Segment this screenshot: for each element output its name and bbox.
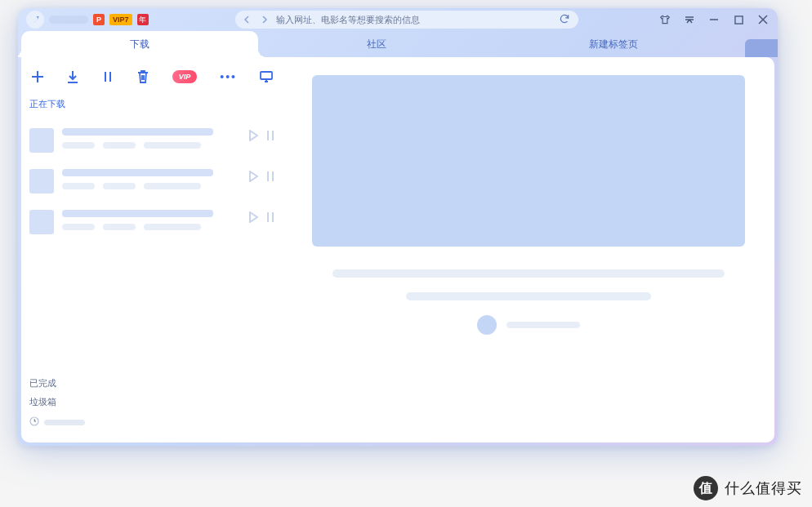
download-title-placeholder (62, 210, 213, 217)
forward-icon[interactable] (260, 16, 268, 24)
download-thumbnail (29, 169, 54, 193)
download-actions (248, 128, 274, 145)
watermark-text: 什么值得买 (725, 478, 802, 498)
maximize-icon[interactable] (732, 13, 745, 26)
download-thumbnail (29, 210, 54, 234)
download-actions (248, 210, 274, 226)
content-area: VIP ••• 正在下载 (21, 57, 774, 443)
titlebar: P VIP7 年 输入网址、电影名等想要搜索的信息 (18, 8, 778, 31)
delete-button[interactable] (137, 69, 149, 85)
avatar-placeholder (477, 315, 497, 335)
pause-icon[interactable] (266, 130, 274, 145)
svg-rect-1 (261, 72, 272, 79)
history-row[interactable] (29, 411, 274, 429)
download-actions (248, 169, 274, 185)
minimize-icon[interactable] (707, 13, 721, 26)
download-body (62, 210, 240, 230)
downloading-section-label: 正在下载 (21, 95, 283, 113)
download-body (62, 128, 240, 149)
app-logo[interactable] (26, 11, 44, 29)
back-icon[interactable] (243, 16, 252, 24)
download-item[interactable] (29, 202, 274, 242)
text-line-placeholder (406, 292, 651, 300)
tab-corner-decoration (745, 39, 778, 57)
download-list (21, 113, 283, 249)
reload-icon[interactable] (559, 13, 570, 27)
trash-link[interactable]: 垃圾箱 (29, 393, 274, 411)
badge-p: P (93, 14, 105, 25)
address-input[interactable]: 输入网址、电影名等想要搜索的信息 (276, 14, 551, 26)
download-thumbnail (29, 128, 54, 153)
watermark-icon: 值 (694, 476, 718, 500)
close-icon[interactable] (756, 13, 770, 26)
badge-year: 年 (137, 14, 149, 25)
pause-icon[interactable] (266, 211, 274, 226)
start-button[interactable] (67, 69, 79, 85)
play-icon[interactable] (248, 171, 258, 185)
download-sidebar: VIP ••• 正在下载 (21, 57, 283, 443)
svg-rect-0 (734, 16, 742, 23)
author-name-placeholder (506, 322, 580, 328)
play-icon[interactable] (248, 130, 258, 145)
more-button[interactable]: ••• (220, 70, 237, 83)
tab-download[interactable]: 下载 (21, 31, 258, 57)
download-meta (62, 183, 240, 189)
app-window: P VIP7 年 输入网址、电影名等想要搜索的信息 下载 社区 新建标签页 (18, 8, 778, 446)
clock-icon (29, 415, 39, 429)
main-panel (283, 57, 774, 443)
shirt-icon[interactable] (658, 13, 671, 26)
window-controls (658, 13, 770, 26)
download-toolbar: VIP ••• (21, 69, 283, 95)
author-row (312, 315, 745, 335)
play-icon[interactable] (248, 211, 258, 226)
badge-vip: VIP7 (109, 14, 132, 25)
address-bar[interactable]: 输入网址、电影名等想要搜索的信息 (235, 11, 578, 29)
download-meta (62, 142, 240, 149)
download-body (62, 169, 240, 189)
menu-icon[interactable] (683, 13, 696, 26)
sidebar-bottom: 已完成 垃圾箱 (21, 374, 283, 434)
download-meta (62, 224, 240, 230)
float-window-button[interactable] (260, 69, 273, 85)
pause-button[interactable] (102, 69, 114, 85)
tab-bar: 下载 社区 新建标签页 (18, 31, 778, 57)
pause-icon[interactable] (266, 171, 274, 185)
hero-placeholder (312, 75, 745, 247)
text-line-placeholder (332, 269, 725, 278)
download-title-placeholder (62, 169, 213, 176)
tab-newtab[interactable]: 新建标签页 (495, 31, 732, 57)
download-title-placeholder (62, 128, 213, 136)
bird-icon (29, 14, 41, 25)
download-item[interactable] (29, 161, 274, 202)
history-placeholder (44, 420, 85, 425)
user-placeholder (49, 16, 88, 24)
tab-community[interactable]: 社区 (258, 31, 495, 57)
add-button[interactable] (31, 69, 44, 85)
download-item[interactable] (29, 120, 274, 161)
vip-button[interactable]: VIP (172, 70, 198, 83)
watermark: 值 什么值得买 (694, 476, 802, 500)
completed-link[interactable]: 已完成 (29, 374, 274, 393)
